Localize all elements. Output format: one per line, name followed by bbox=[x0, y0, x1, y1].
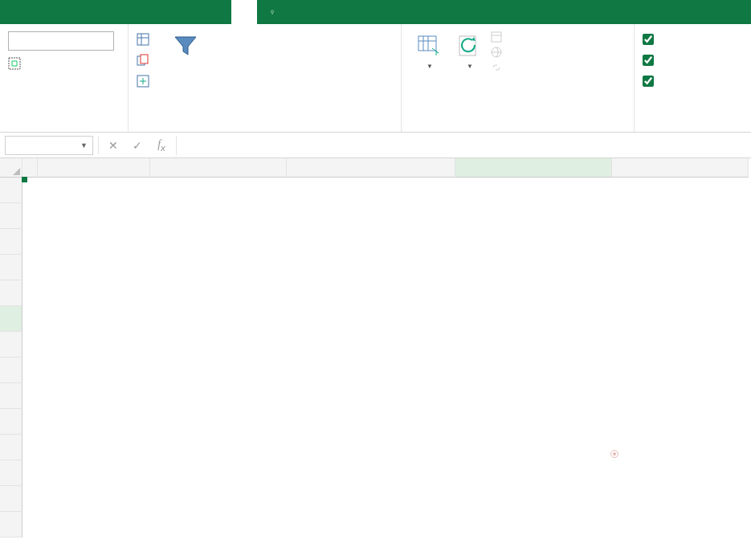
row-header-7[interactable] bbox=[0, 332, 22, 358]
tab-insert[interactable] bbox=[51, 0, 77, 24]
open-browser-button bbox=[490, 46, 503, 61]
row-headers bbox=[0, 178, 22, 538]
formula-bar: ▼ ✕ ✓ fx bbox=[0, 133, 751, 158]
worksheet bbox=[0, 158, 751, 538]
summarize-pivot-button[interactable] bbox=[137, 29, 154, 50]
row-header-5[interactable] bbox=[0, 280, 22, 306]
total-row-checkbox[interactable] bbox=[643, 50, 743, 71]
col-header-D[interactable] bbox=[287, 158, 455, 178]
selection-outline bbox=[22, 178, 26, 181]
column-headers bbox=[0, 158, 751, 178]
tab-file[interactable] bbox=[0, 0, 26, 24]
formula-input[interactable] bbox=[176, 136, 746, 155]
unlink-icon bbox=[490, 61, 503, 74]
pivot-icon bbox=[137, 33, 149, 46]
export-icon bbox=[416, 32, 443, 59]
refresh-button[interactable]: ▼ bbox=[450, 29, 490, 73]
row-header-6[interactable] bbox=[0, 306, 22, 332]
row-header-8[interactable] bbox=[0, 358, 22, 383]
tab-view[interactable] bbox=[180, 0, 206, 24]
col-header-F[interactable] bbox=[612, 158, 749, 178]
select-all-corner[interactable] bbox=[0, 158, 22, 178]
tab-design[interactable] bbox=[231, 0, 257, 24]
resize-table-button[interactable] bbox=[8, 57, 120, 70]
tab-home[interactable] bbox=[26, 0, 51, 24]
svg-rect-7 bbox=[492, 32, 501, 42]
fx-button[interactable]: fx bbox=[152, 138, 171, 153]
remove-duplicates-button[interactable] bbox=[137, 50, 154, 71]
col-header-E[interactable] bbox=[455, 158, 612, 178]
table-name-input[interactable] bbox=[8, 31, 114, 51]
banded-rows-checkbox[interactable] bbox=[643, 71, 743, 92]
row-header-13[interactable] bbox=[0, 486, 22, 512]
browser-icon bbox=[490, 46, 503, 59]
col-header-C[interactable] bbox=[150, 158, 287, 178]
range-icon bbox=[137, 75, 149, 88]
tab-data[interactable] bbox=[129, 0, 154, 24]
row-header-1[interactable] bbox=[0, 178, 22, 203]
row-header-12[interactable] bbox=[0, 460, 22, 486]
header-row-checkbox[interactable] bbox=[643, 29, 743, 50]
row-header-10[interactable] bbox=[0, 409, 22, 435]
row-header-4[interactable] bbox=[0, 255, 22, 280]
duplicates-icon bbox=[137, 54, 149, 67]
record-icon bbox=[610, 450, 618, 458]
export-button[interactable]: ▼ bbox=[410, 29, 450, 73]
properties-icon bbox=[490, 31, 503, 43]
group-label-properties bbox=[8, 126, 120, 130]
chevron-down-icon[interactable]: ▼ bbox=[80, 141, 88, 149]
chevron-down-icon: ▼ bbox=[427, 63, 433, 70]
tab-formulas[interactable] bbox=[103, 0, 129, 24]
unlink-button bbox=[490, 61, 503, 76]
ribbon: ▼ ▼ bbox=[0, 24, 751, 133]
properties-button bbox=[490, 31, 503, 46]
resize-table-icon bbox=[8, 57, 21, 70]
col-header-B[interactable] bbox=[38, 158, 150, 178]
svg-rect-3 bbox=[141, 55, 148, 63]
col-header-A[interactable] bbox=[22, 158, 38, 178]
cancel-formula-button[interactable]: ✕ bbox=[104, 139, 123, 152]
row-header-14[interactable] bbox=[0, 512, 22, 538]
row-header-3[interactable] bbox=[0, 229, 22, 255]
row-header-11[interactable] bbox=[0, 435, 22, 460]
tell-me-icon[interactable] bbox=[257, 0, 288, 24]
tab-review[interactable] bbox=[154, 0, 180, 24]
group-label-external bbox=[410, 126, 626, 130]
svg-rect-1 bbox=[137, 34, 149, 45]
group-label-tools bbox=[137, 126, 393, 130]
accept-formula-button[interactable]: ✓ bbox=[128, 139, 147, 152]
slicer-icon bbox=[172, 32, 199, 59]
ribbon-tabs bbox=[0, 0, 751, 24]
chevron-down-icon: ▼ bbox=[467, 63, 473, 70]
tab-help[interactable] bbox=[206, 0, 231, 24]
refresh-icon bbox=[456, 32, 484, 59]
row-header-2[interactable] bbox=[0, 203, 22, 229]
svg-rect-0 bbox=[9, 58, 20, 69]
snip-hint bbox=[610, 450, 622, 458]
convert-range-button[interactable] bbox=[137, 71, 154, 92]
svg-rect-5 bbox=[418, 36, 436, 51]
name-box[interactable]: ▼ bbox=[5, 136, 93, 155]
insert-slicer-button[interactable] bbox=[165, 29, 206, 126]
tab-page-layout[interactable] bbox=[77, 0, 103, 24]
row-header-9[interactable] bbox=[0, 383, 22, 409]
